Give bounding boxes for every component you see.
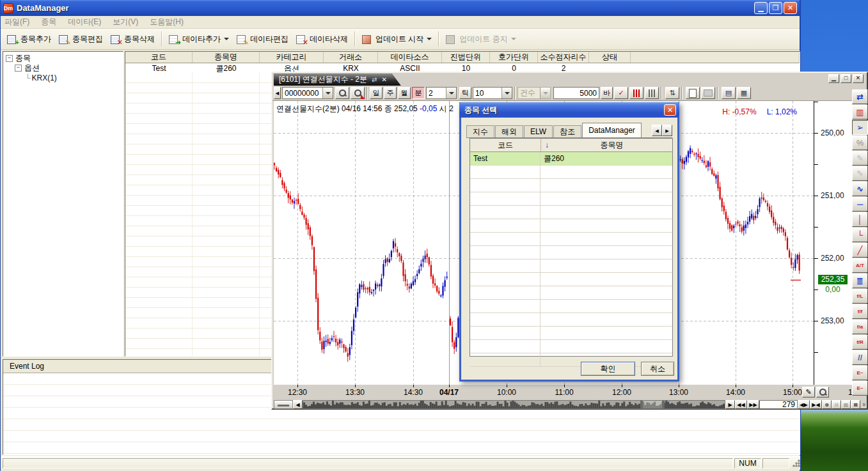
bar-layout-tool[interactable]: ▥ bbox=[852, 105, 868, 120]
add-data-button[interactable]: ➜데이타추가 bbox=[165, 31, 233, 47]
menu-bar[interactable]: 파일(F)종목데이타(E)보기(V)도움말(H) bbox=[1, 16, 800, 29]
dialog-title-bar[interactable]: 종목 선택 ✕ bbox=[459, 102, 679, 118]
hand-tool[interactable]: ✎ bbox=[852, 151, 868, 166]
fib-r-tool[interactable]: f/R bbox=[852, 335, 868, 350]
new-doc-icon[interactable] bbox=[686, 87, 700, 99]
style-bars-red-icon[interactable] bbox=[629, 87, 643, 99]
fib-l-tool[interactable]: f/L bbox=[852, 289, 868, 304]
maximize-button[interactable]: ❐ bbox=[769, 2, 782, 14]
annotate-button[interactable]: ✎ bbox=[802, 387, 815, 398]
dialog-tab-해외[interactable]: 해외 bbox=[495, 125, 523, 137]
menu-item-2[interactable]: 데이타(E) bbox=[68, 17, 101, 27]
menu-item-3[interactable]: 보기(V) bbox=[113, 17, 138, 27]
sort-updown-icon[interactable]: ⇅ bbox=[665, 87, 679, 99]
add-symbol-button[interactable]: +종목추가 bbox=[3, 31, 55, 47]
tick-button[interactable]: 틱 bbox=[459, 87, 471, 99]
column-header-1[interactable]: 종목명 bbox=[193, 52, 260, 63]
collapse-icon[interactable]: − bbox=[15, 65, 22, 72]
annotate-tool[interactable]: ✎ bbox=[852, 166, 868, 181]
chevron-down-icon[interactable] bbox=[322, 88, 333, 98]
stop-update-button[interactable]: 업데이트 중지 bbox=[442, 31, 519, 47]
column-header-8[interactable]: 상태 bbox=[589, 52, 631, 63]
nav-left-button[interactable]: ◀ bbox=[293, 400, 303, 409]
column-header-0[interactable]: 코드 bbox=[125, 52, 193, 63]
parallel-tool[interactable]: // bbox=[852, 350, 868, 365]
zoom-search-button[interactable] bbox=[816, 387, 829, 398]
more-tools-chevron[interactable]: » bbox=[860, 400, 868, 409]
bar-count-display[interactable] bbox=[759, 400, 798, 409]
grid-icon[interactable]: ▦ bbox=[737, 87, 751, 99]
edit-symbol-button[interactable]: ✎종목편집 bbox=[55, 31, 107, 47]
chevron-down-icon[interactable] bbox=[511, 38, 516, 40]
period-button-주[interactable]: 주 bbox=[384, 87, 397, 99]
levels-tool[interactable]: ≣ bbox=[852, 274, 868, 288]
text-tool[interactable]: A/T bbox=[852, 258, 868, 273]
column-code[interactable]: 코드 bbox=[470, 139, 541, 151]
tree-item-krx[interactable]: └ KRX(1) bbox=[6, 73, 123, 82]
navigator-handle[interactable]: ▬▬ bbox=[274, 400, 293, 409]
detach-icon[interactable]: ⇄ bbox=[372, 76, 377, 83]
tick-combo[interactable]: 10 bbox=[473, 87, 512, 99]
chevron-down-icon[interactable] bbox=[446, 88, 456, 98]
hline-tool[interactable]: ─ bbox=[852, 197, 868, 212]
nav-collapse-button[interactable]: ▶◀ bbox=[810, 400, 822, 409]
nav-expand-button[interactable]: ◀▶ bbox=[798, 400, 810, 409]
close-button[interactable]: ✕ bbox=[784, 2, 797, 14]
elliott2-tool[interactable]: E~ bbox=[852, 381, 868, 396]
navigator-track[interactable] bbox=[303, 400, 725, 409]
dialog-table-header[interactable]: 코드 ↓ 종목명 bbox=[470, 139, 672, 152]
column-header-6[interactable]: 호가단위 bbox=[490, 52, 538, 63]
ok-button[interactable]: 확인 bbox=[581, 362, 635, 376]
percent-tool[interactable]: % bbox=[852, 135, 868, 150]
menu-item-4[interactable]: 도움말(H) bbox=[150, 17, 184, 27]
chart-tab[interactable]: [6101] 연결선물지수 - 2분 ⇄ ✕ bbox=[274, 73, 401, 86]
toolbar-overflow-left-button[interactable]: ◂ bbox=[274, 87, 281, 99]
indicator-book-icon[interactable]: ▤ bbox=[722, 87, 736, 99]
cancel-button[interactable]: 취소 bbox=[641, 362, 674, 376]
dialog-tab-참조[interactable]: 참조 bbox=[553, 125, 581, 137]
chart-maximize-button[interactable]: □ bbox=[840, 74, 851, 83]
elliott-tool[interactable]: E~ bbox=[852, 366, 868, 380]
style-line-icon[interactable]: ✓ bbox=[614, 87, 628, 99]
symbol-code-combo[interactable]: 00000000 bbox=[282, 87, 333, 99]
collapse-icon[interactable]: − bbox=[6, 55, 13, 62]
dialog-tab-DataManager[interactable]: DataManager bbox=[582, 123, 642, 137]
minute-combo[interactable]: 2 bbox=[426, 87, 457, 99]
bar-unit-button[interactable]: 바 bbox=[601, 87, 613, 99]
chart-close-button[interactable]: ✕ bbox=[853, 74, 864, 83]
zoom-in-button[interactable]: ⊕ bbox=[822, 400, 832, 409]
dialog-table-row[interactable]: Test콜260 bbox=[470, 152, 672, 166]
menu-item-0[interactable]: 파일(F) bbox=[4, 17, 29, 27]
column-header-5[interactable]: 진법단위 bbox=[442, 52, 490, 63]
fib-f-tool[interactable]: f/f bbox=[852, 304, 868, 319]
search-button[interactable] bbox=[335, 87, 349, 99]
period-button-월[interactable]: 월 bbox=[398, 87, 411, 99]
delete-data-button[interactable]: ✕데이타삭제 bbox=[292, 31, 352, 47]
resize-grip[interactable] bbox=[792, 459, 800, 467]
column-header-4[interactable]: 데이타소스 bbox=[378, 52, 442, 63]
nav-play-button[interactable]: ▶ bbox=[725, 400, 735, 409]
trend-line-tool[interactable]: ╱ bbox=[852, 243, 868, 258]
column-header-7[interactable]: 소수점자리수 bbox=[538, 52, 589, 63]
dialog-tab-지수[interactable]: 지수 bbox=[466, 125, 494, 137]
fib-a-tool[interactable]: f/a bbox=[852, 320, 868, 334]
chevron-down-icon[interactable] bbox=[224, 38, 229, 40]
style-bars-icon[interactable] bbox=[645, 87, 659, 99]
delete-symbol-button[interactable]: ✕종목삭제 bbox=[107, 31, 159, 47]
tab-scroll-right-button[interactable]: ▸ bbox=[662, 125, 672, 136]
tree-item-root[interactable]: − 종목 bbox=[6, 54, 123, 63]
bar-count-input[interactable] bbox=[553, 87, 599, 99]
minimize-button[interactable]: ▁ bbox=[754, 2, 768, 14]
refresh-tool[interactable]: ⇄ bbox=[852, 89, 868, 104]
search-recent-button[interactable]: ◣ bbox=[351, 87, 365, 99]
dialog-close-button[interactable]: ✕ bbox=[664, 104, 676, 116]
nav-rewind-button[interactable]: ◀◀ bbox=[735, 400, 747, 409]
step-line-tool[interactable]: └ bbox=[852, 228, 868, 242]
dialog-tab-ELW[interactable]: ELW bbox=[524, 125, 553, 137]
column-header-3[interactable]: 거래소 bbox=[324, 52, 378, 63]
title-bar[interactable]: Dm DataManager ▁ ❐ ✕ bbox=[1, 0, 800, 16]
column-name[interactable]: ↓ 종목명 bbox=[541, 139, 672, 151]
tab-close-icon[interactable]: ✕ bbox=[381, 76, 386, 83]
edit-data-button[interactable]: ✎데이타편집 bbox=[233, 31, 292, 47]
chevron-down-icon[interactable] bbox=[427, 38, 432, 40]
